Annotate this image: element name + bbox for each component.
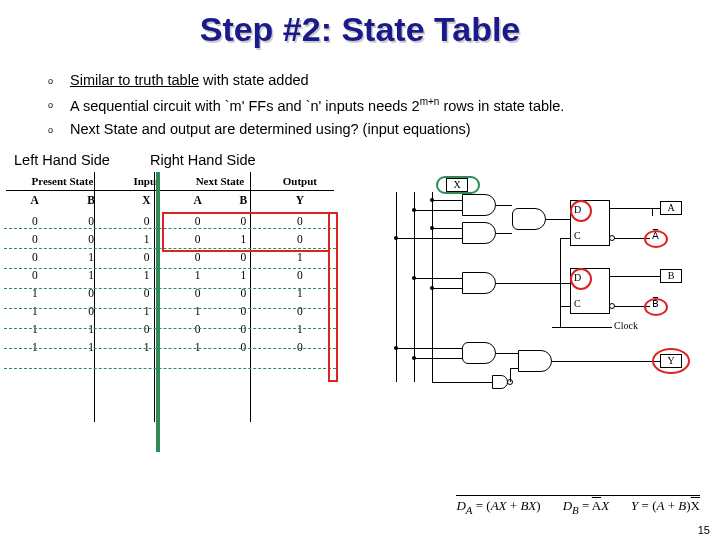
table-row: 110001 — [6, 320, 334, 338]
table-cell: 1 — [6, 320, 64, 338]
input-x: X — [446, 178, 468, 192]
table-cell: 0 — [221, 302, 266, 320]
table-cell: 1 — [6, 338, 64, 356]
table-cell: 0 — [174, 320, 221, 338]
and-gate — [462, 194, 496, 216]
table-cell: 0 — [119, 284, 174, 302]
table-cell: 0 — [221, 284, 266, 302]
table-cell: 0 — [6, 248, 64, 266]
highlight-column-right — [328, 212, 338, 382]
col-header: A — [6, 190, 64, 212]
page-number: 15 — [698, 524, 710, 536]
table-row: 100001 — [6, 284, 334, 302]
table-cell: 1 — [266, 284, 334, 302]
left-hand-side-label: Left Hand Side — [14, 152, 110, 168]
table-cell: 1 — [6, 302, 64, 320]
col-header: X — [119, 190, 174, 212]
highlight-abar — [644, 230, 668, 248]
circuit-diagram: X D C A A̅ — [342, 172, 702, 422]
col-group: Output — [266, 172, 334, 191]
bullet-list: oSimilar to truth table with state added… — [0, 49, 720, 152]
highlight-d-input — [570, 200, 592, 222]
green-divider — [156, 172, 160, 452]
bullet-item: oNext State and output are determined us… — [48, 120, 694, 140]
output-a: A — [660, 201, 682, 215]
or-gate — [462, 342, 496, 364]
table-cell: 0 — [221, 320, 266, 338]
ff-c-label: C — [574, 230, 581, 241]
table-cell: 1 — [174, 302, 221, 320]
not-gate — [492, 375, 508, 389]
bullet-text: Similar to truth table with state added — [70, 71, 694, 91]
table-cell: 0 — [64, 230, 119, 248]
table-cell: 1 — [64, 338, 119, 356]
bullet-item: oA sequential circuit with `m' FFs and `… — [48, 95, 694, 116]
state-table-wrap: Present State Input Next State Output A … — [6, 172, 334, 422]
table-row: 101100 — [6, 302, 334, 320]
highlight-next-state-output — [162, 212, 330, 252]
ff-c-label: C — [574, 298, 581, 309]
col-group: Input — [119, 172, 174, 191]
col-header: Y — [266, 190, 334, 212]
table-cell: 0 — [266, 338, 334, 356]
table-cell: 1 — [119, 302, 174, 320]
and-gate — [462, 222, 496, 244]
highlight-d-input — [570, 268, 592, 290]
slide-title: Step #2: State Table — [0, 0, 720, 49]
or-gate — [512, 208, 546, 230]
col-group: Present State — [6, 172, 119, 191]
col-header: B — [64, 190, 119, 212]
col-group: Next State — [174, 172, 265, 191]
clock-label: Clock — [614, 320, 638, 331]
right-hand-side-label: Right Hand Side — [150, 152, 256, 168]
table-cell: 0 — [266, 302, 334, 320]
highlight-y — [652, 348, 690, 374]
table-cell: 0 — [221, 338, 266, 356]
table-cell: 1 — [119, 338, 174, 356]
table-cell: 1 — [266, 320, 334, 338]
and-gate — [518, 350, 552, 372]
equations: DA = (AX + BX) DB = AX Y = (A + B)X — [456, 495, 700, 516]
bullet-item: oSimilar to truth table with state added — [48, 71, 694, 91]
table-cell: 0 — [119, 320, 174, 338]
eq-da: DA = (AX + BX) — [456, 498, 540, 516]
bullet-text: Next State and output are determined usi… — [70, 120, 694, 140]
eq-db: DB = AX — [563, 498, 609, 516]
and-gate — [462, 272, 496, 294]
table-cell: 1 — [174, 338, 221, 356]
table-cell: 0 — [6, 230, 64, 248]
table-cell: 0 — [64, 284, 119, 302]
output-b: B — [660, 269, 682, 283]
eq-y: Y = (A + B)X — [631, 498, 700, 516]
table-cell: 1 — [64, 320, 119, 338]
table-cell: 0 — [64, 302, 119, 320]
table-cell: 1 — [64, 248, 119, 266]
col-header: A — [174, 190, 221, 212]
table-cell: 1 — [6, 284, 64, 302]
col-header: B — [221, 190, 266, 212]
table-cell: 0 — [174, 284, 221, 302]
highlight-bbar — [644, 298, 668, 316]
bullet-text: A sequential circuit with `m' FFs and `n… — [70, 95, 694, 116]
table-row: 111100 — [6, 338, 334, 356]
